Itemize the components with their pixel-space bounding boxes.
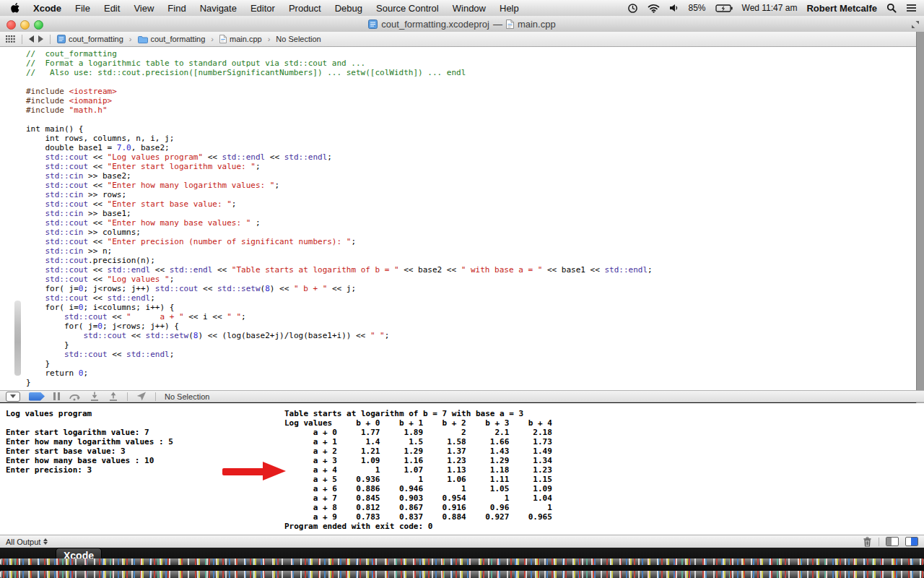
output-filter-dropdown[interactable]: All Output [6, 538, 48, 546]
folder-icon [138, 35, 148, 43]
menu-bar: Xcode FileEditViewFindNavigateEditorProd… [0, 0, 924, 17]
code-line: for( j=0; j<rows; j++) { [26, 322, 653, 331]
menu-item-file[interactable]: File [75, 3, 90, 14]
hide-debug-area-button[interactable] [6, 392, 20, 402]
code-line: double base1 = 7.0, base2; [26, 143, 653, 152]
breakpoints-toggle-button[interactable] [29, 392, 45, 401]
console-line [6, 418, 173, 428]
menu-item-source-control[interactable]: Source Control [376, 3, 439, 14]
title-project-name: cout_formatting.xcodeproj [381, 19, 489, 30]
code-line: std::cout << "Enter precision (number of… [26, 237, 653, 246]
step-into-button[interactable] [90, 392, 100, 401]
code-line: #include "math.h" [26, 105, 653, 115]
fullscreen-icon[interactable] [911, 20, 920, 29]
console-table-line: a + 2 1.21 1.29 1.37 1.43 1.49 [284, 447, 552, 456]
divider [50, 35, 51, 44]
code-line: std::cout.precision(n); [26, 256, 653, 265]
menu-item-help[interactable]: Help [500, 3, 519, 14]
step-over-button[interactable] [69, 392, 81, 401]
dock-row[interactable] [0, 558, 924, 565]
menu-item-view[interactable]: View [134, 3, 154, 14]
console-table-line: a + 4 1 1.07 1.13 1.18 1.23 [284, 465, 552, 475]
console-table-line: a + 0 1.77 1.89 2 2.1 2.18 [284, 428, 552, 437]
menu-app-name[interactable]: Xcode [33, 3, 61, 14]
desktop-dock-area: Xcode [0, 548, 924, 578]
breadcrumb-file[interactable]: main.cpp [219, 35, 262, 43]
console-line: Enter how many logarithm values : 5 [6, 437, 173, 447]
notification-center-icon[interactable] [906, 4, 917, 12]
code-line: #include <iostream> [26, 87, 653, 96]
dropdown-stepper-icon [43, 538, 48, 545]
dock-row[interactable] [0, 571, 924, 578]
code-line: std::cin >> n; [26, 246, 653, 256]
related-items-icon[interactable] [6, 35, 15, 43]
divider [155, 392, 156, 401]
code-line [26, 77, 653, 87]
battery-icon[interactable] [715, 4, 733, 12]
breadcrumb-project[interactable]: cout_formatting [57, 35, 123, 43]
source-editor[interactable]: // cout_formatting// Format a logarithmi… [0, 47, 924, 390]
chevron-right-icon: › [266, 35, 272, 43]
wifi-icon[interactable] [648, 4, 660, 13]
jump-bar: cout_formatting › cout_formatting › main… [0, 32, 924, 47]
menu-item-window[interactable]: Window [453, 3, 486, 14]
console-area[interactable]: Log values program Enter start logarithm… [0, 403, 924, 535]
menu-item-navigate[interactable]: Navigate [200, 3, 237, 14]
code-line: std::cout << std::endl; [26, 350, 653, 359]
menu-item-product[interactable]: Product [289, 3, 321, 14]
code-line: std::cin >> rows; [26, 190, 653, 199]
console-table-line: Log values b + 0 b + 1 b + 2 b + 3 b + 4 [284, 418, 552, 428]
console-line: Enter how many base values : 10 [6, 456, 173, 465]
spotlight-search-icon[interactable] [886, 3, 897, 13]
code-line: // cout_formatting [26, 49, 653, 59]
code-line: std::cout << " a + " << i << " "; [26, 312, 653, 322]
divider [127, 392, 128, 401]
breadcrumb-group[interactable]: cout_formatting [138, 35, 206, 43]
menu-clock[interactable]: Wed 11:47 am [742, 3, 798, 13]
step-out-button[interactable] [108, 392, 118, 401]
chevron-right-icon: › [128, 35, 134, 43]
console-table-line: Program ended with exit code: 0 [284, 522, 552, 531]
code-text: // cout_formatting// Format a logarithmi… [26, 49, 653, 387]
divider [879, 538, 879, 546]
code-line: return 0; [26, 368, 653, 378]
debug-toolbar: No Selection [0, 390, 924, 402]
console-line: Enter precision: 3 [6, 465, 173, 475]
breadcrumb-selection[interactable]: No Selection [276, 35, 321, 43]
gutter-change-marker [14, 301, 21, 376]
code-line [26, 115, 653, 124]
code-line: std::cin >> base2; [26, 171, 653, 181]
menu-item-find[interactable]: Find [167, 3, 186, 14]
code-line: std::cout << "Enter how many base values… [26, 218, 653, 228]
console-table-line: a + 8 0.812 0.867 0.916 0.96 1 [284, 503, 552, 512]
apple-logo-icon[interactable] [10, 3, 19, 14]
minimize-button[interactable] [20, 20, 30, 30]
code-line: std::cin >> base1; [26, 209, 653, 218]
volume-icon[interactable] [669, 4, 679, 12]
pause-button[interactable] [53, 392, 60, 400]
code-line: std::cout << std::setw(8) << (log(base2+… [26, 331, 653, 340]
code-line: std::cout << "Enter how many logarithm v… [26, 181, 653, 190]
code-line: // Also use: std::cout.precision([number… [26, 68, 653, 77]
time-machine-icon[interactable] [627, 3, 638, 14]
menu-item-edit[interactable]: Edit [104, 3, 120, 14]
navigate-forward-button[interactable] [38, 35, 43, 43]
divider [22, 35, 22, 44]
code-line: #include <iomanip> [26, 96, 653, 105]
show-console-view-button[interactable] [905, 537, 918, 546]
console-output-table: Table starts at logarithm of b = 7 with … [284, 409, 552, 531]
menu-item-debug[interactable]: Debug [335, 3, 362, 14]
clear-console-trash-icon[interactable] [863, 537, 872, 547]
code-line: } [26, 359, 653, 368]
title-file-name: main.cpp [518, 19, 556, 30]
navigate-back-button[interactable] [29, 35, 34, 43]
menu-item-editor[interactable]: Editor [250, 3, 275, 14]
menu-user-name[interactable]: Robert Metcalfe [806, 3, 877, 14]
window-title: cout_formatting.xcodeproj — main.cpp [368, 19, 555, 30]
simulate-location-button[interactable] [136, 392, 147, 401]
show-variables-view-button[interactable] [886, 537, 899, 546]
console-table-line: a + 3 1.09 1.16 1.23 1.29 1.34 [284, 456, 552, 465]
close-button[interactable] [6, 20, 16, 30]
code-line: } [26, 340, 653, 350]
zoom-button[interactable] [34, 20, 43, 30]
